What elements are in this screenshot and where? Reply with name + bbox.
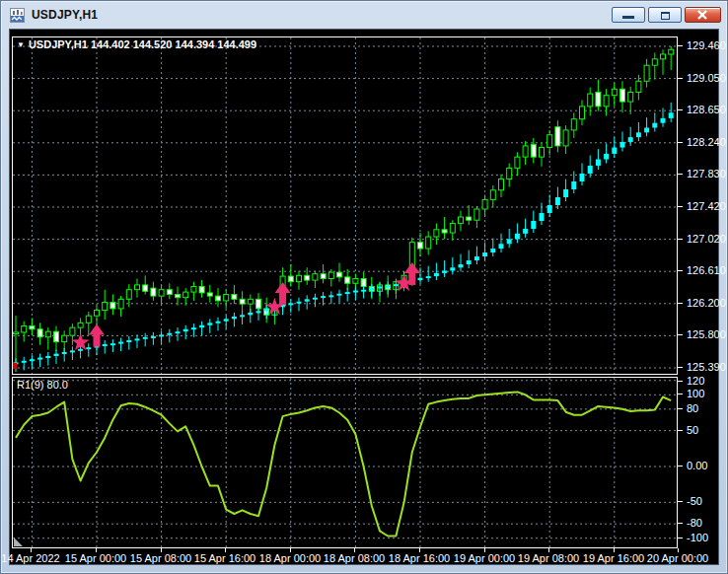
price-axis-label: 128.650 xyxy=(687,104,726,115)
buy-arrow-signal xyxy=(275,282,291,305)
indicator-axis-label: 50 xyxy=(687,424,698,436)
chevron-down-icon[interactable]: ▼ xyxy=(17,40,25,49)
restore-button[interactable] xyxy=(648,7,682,23)
time-axis-label: 15 Apr 00:00 xyxy=(65,552,126,564)
time-axis-label: 19 Apr 00:00 xyxy=(454,552,515,564)
price-axis-label: 126.200 xyxy=(687,297,726,309)
minimize-icon xyxy=(622,16,634,19)
time-axis-label: 19 Apr 08:00 xyxy=(518,552,579,564)
oscillator-line xyxy=(16,392,671,536)
price-pane[interactable]: ▼USDJPY,H1 144.402 144.520 144.394 144.4… xyxy=(12,36,678,375)
pane-resize-grip[interactable] xyxy=(14,538,23,546)
axis-tick xyxy=(678,270,683,271)
axis-tick xyxy=(678,45,683,46)
indicator-label: R1(9) 80.0 xyxy=(17,379,68,391)
time-axis-label: 20 Apr 00:00 xyxy=(647,552,708,564)
time-axis-label: 19 Apr 16:00 xyxy=(583,552,644,564)
axis-tick xyxy=(678,466,683,466)
window-title: USDJPY,H1 xyxy=(32,8,98,22)
left-edge-marker xyxy=(13,363,17,369)
indicator-canvas[interactable] xyxy=(13,378,677,547)
price-axis-label: 125.800 xyxy=(687,328,726,340)
mt4-chart-window: USDJPY,H1 ▼USDJPY,H1 144.402 144.520 144… xyxy=(0,0,728,574)
indicator-axis-label: -100 xyxy=(687,532,708,543)
axis-tick xyxy=(678,206,683,207)
chart-window-icon xyxy=(10,8,25,23)
axis-tick xyxy=(678,239,683,240)
axis-tick xyxy=(678,303,683,304)
price-axis-label: 128.240 xyxy=(687,136,726,148)
close-button[interactable] xyxy=(685,7,721,23)
ohlc-text: USDJPY,H1 144.402 144.520 144.394 144.49… xyxy=(29,38,256,50)
indicator-axis-label: -80 xyxy=(687,517,702,529)
window-titlebar[interactable]: USDJPY,H1 xyxy=(1,1,727,28)
axis-tick xyxy=(678,109,683,110)
indicator-pane[interactable]: R1(9) 80.0 xyxy=(12,377,678,548)
price-axis-label: 127.020 xyxy=(687,233,726,245)
axis-tick xyxy=(678,501,683,502)
time-axis-label: 15 Apr 08:00 xyxy=(130,552,191,564)
axis-tick xyxy=(678,78,683,79)
minimize-button[interactable] xyxy=(612,7,645,23)
axis-tick xyxy=(678,430,683,431)
axis-tick xyxy=(678,523,683,524)
indicator-axis-label: 120 xyxy=(687,375,704,387)
axis-tick xyxy=(678,394,683,395)
buy-arrow-signal xyxy=(89,323,105,346)
close-icon xyxy=(686,8,720,22)
time-axis-label: 18 Apr 16:00 xyxy=(389,552,450,564)
restore-icon xyxy=(661,12,670,20)
price-chart-canvas[interactable] xyxy=(13,37,677,374)
price-axis-label: 129.460 xyxy=(687,39,726,51)
indicator-axis-label: 80 xyxy=(687,402,698,414)
axis-tick xyxy=(678,367,683,368)
axis-tick xyxy=(678,334,683,335)
window-controls xyxy=(612,7,721,23)
indicator-axis-label: 100 xyxy=(687,388,704,399)
time-axis-label: 18 Apr 00:00 xyxy=(259,552,321,564)
time-axis[interactable]: 14 Apr 202215 Apr 00:0015 Apr 08:0015 Ap… xyxy=(12,548,718,566)
price-axis-label: 127.830 xyxy=(687,168,726,179)
symbol-ohlc-label[interactable]: ▼USDJPY,H1 144.402 144.520 144.394 144.4… xyxy=(17,38,256,50)
price-axis-label: 126.610 xyxy=(687,264,726,276)
time-axis-label: 18 Apr 08:00 xyxy=(324,552,385,564)
axis-tick xyxy=(678,381,683,382)
indicator-axis-label: 0.00 xyxy=(687,460,707,471)
chart-client-area: ▼USDJPY,H1 144.402 144.520 144.394 144.4… xyxy=(9,29,719,565)
axis-tick xyxy=(678,538,683,538)
time-axis-label: 15 Apr 16:00 xyxy=(194,552,255,564)
price-axis-label: 127.420 xyxy=(687,200,726,212)
indicator-axis-label: -50 xyxy=(687,495,702,507)
price-axis-label: 125.390 xyxy=(687,361,726,373)
axis-tick xyxy=(678,408,683,409)
axis-tick xyxy=(678,174,683,175)
axis-tick xyxy=(678,142,683,143)
price-axis[interactable]: 129.460129.050128.650128.240127.830127.4… xyxy=(678,30,718,564)
time-axis-label: 14 Apr 2022 xyxy=(1,552,59,564)
price-axis-label: 129.050 xyxy=(687,72,726,84)
